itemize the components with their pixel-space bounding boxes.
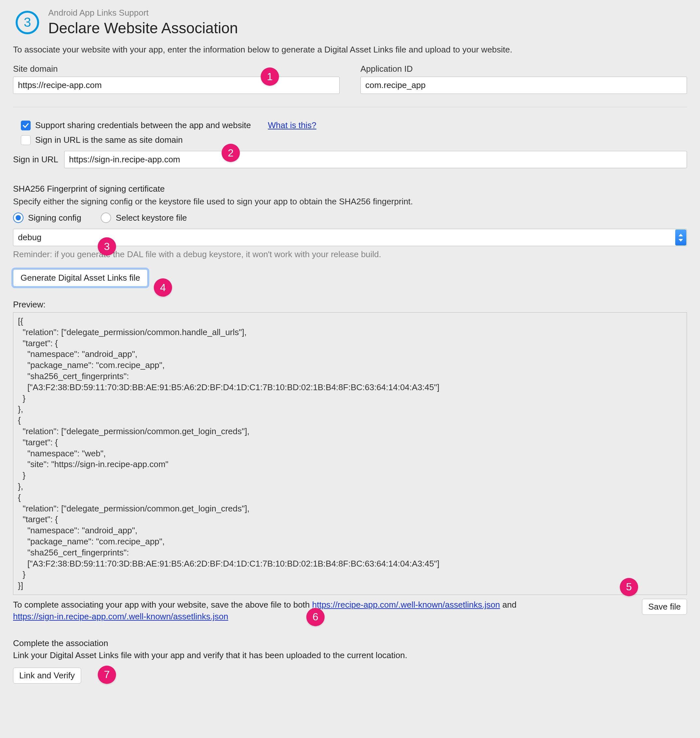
signin-same-label: Sign in URL is the same as site domain: [35, 135, 183, 145]
intro-text: To associate your website with your app,…: [13, 45, 687, 55]
signing-config-radio[interactable]: [13, 212, 24, 223]
preview-output: [{ "relation": ["delegate_permission/com…: [13, 312, 687, 595]
save-instruction-middle: and: [500, 600, 516, 610]
step-number: 3: [24, 15, 31, 29]
generate-dal-button[interactable]: Generate Digital Asset Links file: [13, 269, 148, 287]
site-domain-label: Site domain: [13, 64, 340, 74]
callout-badge-4: 4: [154, 278, 172, 297]
assetlinks-link-1[interactable]: https://recipe-app.com/.well-known/asset…: [312, 600, 500, 610]
signing-config-radio-label: Signing config: [28, 213, 81, 223]
sha-title: SHA256 Fingerprint of signing certificat…: [13, 184, 687, 194]
check-icon: [22, 122, 29, 129]
signin-url-label: Sign in URL: [13, 155, 58, 165]
assetlinks-link-2[interactable]: https://sign-in.recipe-app.com/.well-kno…: [13, 611, 228, 621]
site-domain-input[interactable]: [13, 77, 340, 94]
sha-desc: Specify either the signing config or the…: [13, 197, 687, 207]
complete-title: Complete the association: [13, 638, 687, 648]
support-sharing-checkbox[interactable]: [21, 121, 31, 130]
signin-url-input[interactable]: [64, 151, 687, 168]
keystore-file-radio[interactable]: [101, 212, 111, 223]
callout-badge-7: 7: [98, 666, 116, 684]
application-id-input[interactable]: [360, 77, 687, 94]
page-title: Declare Website Association: [48, 19, 238, 37]
callout-badge-2: 2: [222, 144, 240, 162]
divider: [13, 107, 687, 107]
preview-label: Preview:: [13, 300, 687, 310]
combo-stepper-icon[interactable]: [675, 230, 686, 246]
callout-badge-5: 5: [620, 578, 638, 596]
save-file-button[interactable]: Save file: [642, 599, 687, 615]
what-is-this-link[interactable]: What is this?: [268, 120, 316, 130]
save-instruction-prefix: To complete associating your app with yo…: [13, 600, 312, 610]
callout-badge-3: 3: [98, 237, 116, 256]
signin-same-checkbox[interactable]: [21, 135, 31, 145]
keystore-file-radio-label: Select keystore file: [116, 213, 187, 223]
link-and-verify-button[interactable]: Link and Verify: [13, 667, 81, 683]
callout-badge-1: 1: [261, 68, 279, 86]
header-overline: Android App Links Support: [48, 8, 238, 18]
callout-badge-6: 6: [306, 608, 325, 626]
complete-desc: Link your Digital Asset Links file with …: [13, 650, 687, 660]
application-id-label: Application ID: [360, 64, 687, 74]
support-sharing-label: Support sharing credentials between the …: [35, 120, 251, 130]
step-number-circle: 3: [16, 11, 39, 34]
